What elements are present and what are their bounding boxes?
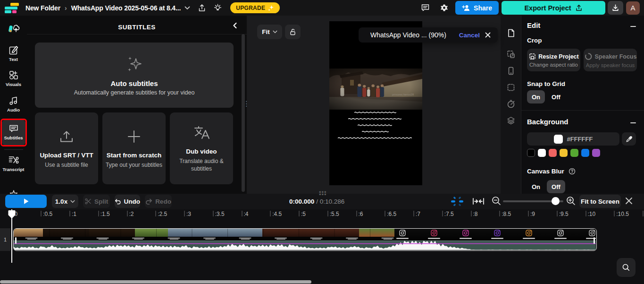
toolstrip-timer-icon[interactable] — [506, 99, 516, 109]
toolstrip-phone-icon[interactable] — [506, 66, 516, 76]
edit-collapse-minus-icon[interactable] — [630, 23, 637, 30]
panel-scrollbar[interactable] — [242, 34, 245, 192]
crop-label: Crop — [527, 37, 542, 44]
settings-gear-icon[interactable] — [440, 3, 449, 12]
sidebar-item-upload[interactable] — [0, 23, 27, 36]
help-question-icon[interactable] — [569, 168, 576, 175]
upgrade-button[interactable]: UPGRADE — [230, 2, 280, 13]
toast-title: WhatsApp Video ... (90%) — [370, 31, 446, 39]
horizontal-scrollbar[interactable] — [0, 280, 311, 284]
sidebar-item-subtitles[interactable]: Subtitles — [0, 123, 27, 140]
clip-trim-handle-left[interactable] — [15, 237, 17, 244]
timeline-search-button[interactable] — [617, 258, 636, 277]
project-menu-chevron-icon[interactable] — [184, 6, 190, 10]
breadcrumb-project-title[interactable]: WhatsApp Video 2025-05-06 at 8.4... — [71, 4, 181, 12]
subtitles-panel: SUBTITLES Auto subtitles Automatically g… — [27, 16, 247, 194]
speaker-focus-button[interactable]: Speaker Focus Apply speaker focus — [584, 49, 637, 71]
blur-off-button[interactable]: Off — [547, 180, 565, 193]
fit-to-screen-button[interactable]: Fit to Screen — [579, 195, 621, 208]
bg-swatch-9a4fc0[interactable] — [592, 149, 600, 157]
subtitle-card-dub-video[interactable]: Dub videoTranslate audio & subtitles — [170, 112, 233, 184]
comments-icon[interactable] — [421, 3, 430, 12]
lightbulb-icon[interactable] — [213, 3, 222, 12]
download-button[interactable] — [608, 1, 623, 15]
subtitle-card-upload-srt-vtt[interactable]: Upload SRT / VTTUse a subtitle file — [35, 112, 98, 184]
video-preview[interactable]: princess heroo28 — [329, 21, 422, 185]
ruler-tick — [155, 211, 156, 216]
toolstrip-page-icon[interactable] — [506, 28, 516, 38]
sidebar-item-audio[interactable]: Audio — [0, 95, 27, 112]
ruler-label: :1.5 — [100, 211, 110, 217]
veed-logo[interactable] — [5, 3, 19, 13]
toolstrip-frame-icon[interactable] — [506, 83, 516, 92]
bg-swatch-ef6461[interactable] — [549, 149, 557, 157]
playback-bar: 1.0x Split Undo Redo ••• 0:00.000 / 0:10… — [0, 194, 644, 209]
ruler-tick — [528, 211, 529, 216]
share-button[interactable]: Share — [455, 1, 499, 15]
auto-subtitles-card[interactable]: Auto subtitles Automatically generate su… — [35, 43, 234, 108]
bg-swatch-0d78e8[interactable] — [581, 149, 589, 157]
edit-panel-divider — [521, 110, 644, 111]
timeline-ruler[interactable]: 0:0.5:1:1.5:2:2.5:3:3.5:4:4.5:5:5.5:6:6.… — [0, 209, 644, 219]
clip-trim-handle-right[interactable] — [594, 237, 595, 244]
card-title: Upload SRT / VTT — [40, 152, 93, 159]
ruler-label: :4 — [244, 211, 249, 217]
sidebar-item-elements[interactable] — [0, 189, 27, 194]
toolstrip-resize-icon[interactable] — [506, 50, 516, 59]
background-collapse-minus-icon[interactable] — [630, 119, 637, 127]
sidebar-item-label: Transcript — [3, 167, 25, 172]
clip-thumbnail-segment — [262, 229, 359, 237]
ruler-tick — [356, 211, 357, 216]
timeline-close-icon[interactable] — [625, 197, 633, 205]
zoom-out-icon[interactable] — [491, 196, 502, 206]
playback-speed-button[interactable]: 1.0x — [52, 195, 78, 208]
right-toolstrip — [501, 16, 521, 194]
subtitle-card-start-from-scratch[interactable]: Start from scratchType out your subtitle… — [102, 112, 166, 184]
split-button[interactable]: Split — [83, 195, 110, 208]
ruler-tick — [41, 211, 42, 216]
undo-button[interactable]: Undo — [115, 195, 140, 208]
topbar: New Folder › WhatsApp Video 2025-05-06 a… — [0, 0, 644, 16]
resize-project-button[interactable]: Resize Project Change aspect ratio — [527, 49, 580, 71]
export-project-button[interactable]: Export Project — [502, 1, 605, 15]
breadcrumb-folder[interactable]: New Folder — [25, 4, 60, 12]
auto-subtitles-title: Auto subtitles — [111, 79, 158, 87]
translate-icon — [192, 124, 211, 141]
export-label: Export Project — [524, 4, 571, 12]
bg-swatch-f2c230[interactable] — [560, 149, 568, 157]
sidebar-divider — [4, 149, 23, 150]
eyedropper-button[interactable] — [622, 132, 636, 146]
zoom-in-icon[interactable] — [566, 196, 576, 206]
sidebar-item-label: Audio — [7, 107, 20, 112]
play-button[interactable] — [5, 195, 47, 208]
sidebar-item-visuals[interactable]: Visuals — [0, 70, 27, 87]
toast-close-icon[interactable] — [484, 31, 492, 39]
trim-to-fit-icon[interactable] — [472, 196, 485, 207]
ruler-tick — [471, 211, 472, 216]
toolstrip-layers-icon[interactable] — [506, 116, 516, 125]
bg-swatch-56a832[interactable] — [570, 149, 578, 157]
panel-title: SUBTITLES — [27, 24, 247, 31]
toast-cancel-button[interactable]: Cancel — [459, 32, 480, 39]
playhead-handle[interactable] — [8, 210, 16, 219]
sidebar-item-transcript[interactable]: Transcript — [0, 155, 27, 172]
snap-off-button[interactable]: Off — [547, 90, 565, 103]
subtitles-icon — [8, 123, 19, 134]
ruler-tick — [184, 211, 185, 216]
lock-toggle-button[interactable] — [285, 25, 301, 39]
sidebar-item-text[interactable]: Text — [0, 45, 27, 62]
video-clip[interactable] — [13, 228, 597, 251]
avatar[interactable]: A — [626, 1, 640, 15]
share-project-icon[interactable] — [198, 4, 206, 12]
panel-collapse-button[interactable] — [232, 20, 242, 31]
transcript-icon — [8, 155, 19, 165]
zoom-slider-knob[interactable] — [552, 197, 560, 205]
timeline-zoom-slider[interactable] — [503, 200, 563, 202]
background-color-field[interactable]: #FFFFFF — [527, 132, 619, 146]
zoom-fit-dropdown[interactable]: Fit — [257, 25, 282, 39]
snap-on-button[interactable]: On — [527, 90, 545, 103]
bg-swatch-000000[interactable] — [527, 149, 535, 157]
redo-button[interactable]: Redo — [145, 195, 172, 208]
blur-on-button[interactable]: On — [527, 180, 545, 193]
bg-swatch-ffffff[interactable] — [538, 149, 546, 157]
